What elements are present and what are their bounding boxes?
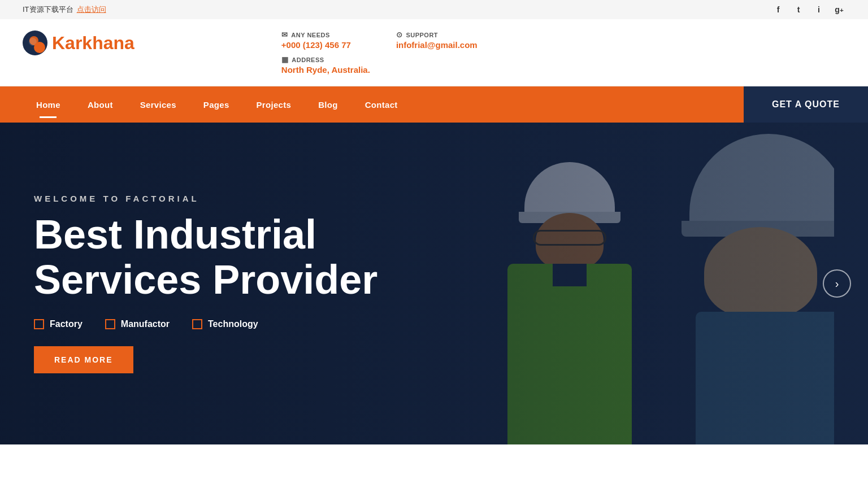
- envelope-icon: ✉: [281, 30, 288, 39]
- logo-text: Karkhana: [52, 33, 134, 54]
- address-value: North Ryde, Australia.: [281, 65, 478, 75]
- logo[interactable]: Karkhana: [23, 30, 134, 55]
- technology-tag-icon: [192, 319, 202, 329]
- logo-khana: khana: [82, 33, 134, 53]
- top-bar-left: IT资源下载平台 点击访问: [23, 5, 106, 15]
- nav-item-pages[interactable]: Pages: [190, 86, 243, 123]
- hero-content: WELCOME TO FACTORIAL Best Industrial Ser…: [0, 171, 411, 395]
- arrow-right-icon: ›: [835, 277, 839, 290]
- nav-item-services[interactable]: Services: [127, 86, 190, 123]
- main-nav: Home About Services Pages Projects Blog …: [0, 86, 868, 123]
- headset-icon: ⊙: [396, 30, 403, 39]
- hero-tag-manufactor: Manufactor: [105, 319, 170, 329]
- instagram-icon[interactable]: i: [813, 3, 825, 16]
- any-needs-label: ✉ ANY NEEDS: [281, 30, 351, 39]
- nav-item-projects[interactable]: Projects: [243, 86, 305, 123]
- site-header: Karkhana ✉ ANY NEEDS +000 (123) 456 77 ⊙…: [0, 19, 868, 86]
- hero-title-line1: Best Industrial: [34, 212, 377, 257]
- map-icon: ▦: [281, 55, 289, 64]
- email-value[interactable]: infofrial@gmail.com: [396, 40, 478, 50]
- nav-items: Home About Services Pages Projects Blog …: [0, 86, 744, 123]
- nav-item-about[interactable]: About: [74, 86, 127, 123]
- get-quote-button[interactable]: GET A QUOTE: [744, 86, 868, 123]
- phone-value[interactable]: +000 (123) 456 77: [281, 40, 351, 50]
- header-contact-info: ✉ ANY NEEDS +000 (123) 456 77 ⊙ SUPPORT …: [281, 30, 478, 75]
- support-label: ⊙ SUPPORT: [396, 30, 478, 39]
- technology-tag-label: Technology: [208, 319, 258, 329]
- manufactor-tag-icon: [105, 319, 115, 329]
- svg-point-1: [29, 38, 37, 46]
- nav-item-home[interactable]: Home: [23, 86, 74, 123]
- factory-tag-label: Factory: [50, 319, 83, 329]
- hero-tags: Factory Manufactor Technology: [34, 319, 377, 329]
- top-bar-link[interactable]: 点击访问: [77, 5, 106, 15]
- phone-contact: ✉ ANY NEEDS +000 (123) 456 77: [281, 30, 351, 50]
- social-links: f t i g+: [772, 3, 845, 16]
- hero-title-line2: Services Provider: [34, 258, 377, 302]
- manufactor-tag-label: Manufactor: [121, 319, 170, 329]
- twitter-icon[interactable]: t: [792, 3, 805, 16]
- factory-tag-icon: [34, 319, 44, 329]
- logo-icon: [23, 30, 47, 55]
- top-bar-text: IT资源下载平台: [23, 5, 73, 15]
- hero-title: Best Industrial Services Provider: [34, 212, 377, 302]
- hero-next-arrow[interactable]: ›: [823, 269, 851, 298]
- hero-tag-factory: Factory: [34, 319, 83, 329]
- address-contact: ▦ ADDRESS North Ryde, Australia.: [281, 55, 478, 75]
- nav-item-contact[interactable]: Contact: [351, 86, 411, 123]
- logo-kar: Kar: [52, 33, 82, 53]
- hero-section: WELCOME TO FACTORIAL Best Industrial Ser…: [0, 123, 868, 444]
- read-more-button[interactable]: READ MORE: [34, 346, 133, 373]
- top-bar: IT资源下载平台 点击访问 f t i g+: [0, 0, 868, 19]
- contact-row: ✉ ANY NEEDS +000 (123) 456 77 ⊙ SUPPORT …: [281, 30, 478, 50]
- nav-item-blog[interactable]: Blog: [305, 86, 351, 123]
- hero-tag-technology: Technology: [192, 319, 258, 329]
- facebook-icon[interactable]: f: [772, 3, 784, 16]
- google-plus-icon[interactable]: g+: [833, 3, 845, 16]
- support-contact: ⊙ SUPPORT infofrial@gmail.com: [396, 30, 478, 50]
- hero-subtitle: WELCOME TO FACTORIAL: [34, 194, 377, 203]
- address-label: ▦ ADDRESS: [281, 55, 478, 64]
